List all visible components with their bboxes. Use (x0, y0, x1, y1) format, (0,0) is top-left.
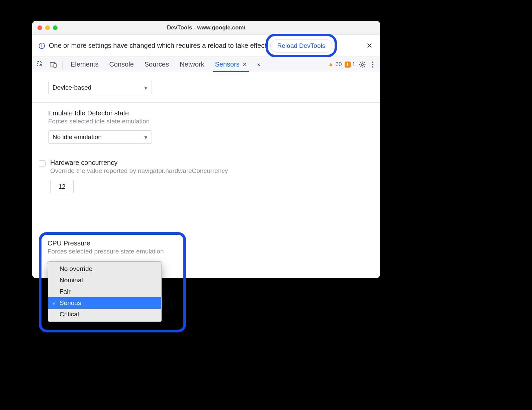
cpu-pressure-select[interactable]: No override Nominal Fair Serious Critica… (48, 261, 161, 265)
warning-icon: ▲ (328, 61, 334, 68)
sensors-panel: Device-based ▾ Emulate Idle Detector sta… (32, 72, 380, 201)
idle-emulation-select[interactable]: No idle emulation ▾ (48, 130, 152, 144)
hw-subtitle: Override the value reported by navigator… (50, 167, 228, 175)
cpu-option-no-override[interactable]: No override (48, 262, 161, 275)
svg-point-6 (361, 64, 363, 66)
hw-title: Hardware concurrency (50, 159, 228, 167)
chevron-down-icon: ▾ (144, 84, 148, 92)
idle-detector-section: Emulate Idle Detector state Forces selec… (32, 103, 380, 152)
cpu-pressure-dropdown: No override Nominal Fair Serious Critica… (48, 262, 162, 322)
tabs-overflow-icon[interactable]: » (254, 60, 264, 70)
infobar-message: One or more settings have changed which … (49, 42, 268, 49)
devtools-window: DevTools - www.google.com/ One or more s… (32, 21, 380, 278)
idle-title: Emulate Idle Detector state (48, 109, 372, 117)
cpu-subtitle: Forces selected pressure state emulation (48, 248, 181, 255)
hardware-concurrency-checkbox[interactable] (39, 160, 46, 167)
settings-gear-icon[interactable] (358, 60, 367, 69)
idle-subtitle: Forces selected idle state emulation (48, 118, 372, 125)
reload-devtools-button[interactable]: Reload DevTools (270, 39, 333, 53)
tabstrip: Elements Console Sources Network Sensors… (32, 57, 380, 72)
info-icon (38, 42, 46, 49)
device-select[interactable]: Device-based ▾ (48, 81, 152, 94)
device-section: Device-based ▾ (32, 72, 380, 103)
infobar: One or more settings have changed which … (32, 35, 380, 57)
tab-close-icon[interactable]: ✕ (242, 61, 247, 68)
cpu-option-critical[interactable]: Critical (48, 309, 161, 321)
tab-sources[interactable]: Sources (139, 57, 174, 72)
warnings-count: 60 (336, 61, 342, 68)
cpu-pressure-section: CPU Pressure Forces selected pressure st… (39, 232, 187, 265)
issues-badge[interactable]: ! 1 (345, 61, 355, 68)
warnings-badge[interactable]: ▲ 60 (328, 61, 342, 68)
issues-count: 1 (352, 61, 355, 68)
infobar-close-button[interactable]: ✕ (365, 41, 374, 50)
svg-rect-5 (54, 64, 56, 67)
device-select-value: Device-based (53, 84, 91, 91)
hardware-concurrency-section: Hardware concurrency Override the value … (32, 152, 380, 201)
tab-sensors-label: Sensors (215, 61, 240, 68)
tab-elements[interactable]: Elements (65, 57, 104, 72)
cpu-option-serious[interactable]: Serious (48, 297, 161, 309)
divider (62, 61, 63, 69)
inspect-element-icon[interactable] (35, 60, 46, 70)
more-menu-icon[interactable] (369, 62, 376, 68)
cpu-option-nominal[interactable]: Nominal (48, 275, 161, 286)
tab-sensors[interactable]: Sensors ✕ (210, 57, 253, 72)
tab-console[interactable]: Console (104, 57, 139, 72)
cpu-title: CPU Pressure (48, 239, 181, 247)
titlebar: DevTools - www.google.com/ (32, 21, 380, 35)
hardware-concurrency-input[interactable]: 12 (50, 180, 74, 193)
device-toolbar-icon[interactable] (48, 60, 58, 70)
issue-icon: ! (345, 62, 351, 68)
cpu-option-fair[interactable]: Fair (48, 286, 161, 297)
chevron-down-icon: ▾ (144, 133, 148, 141)
idle-select-value: No idle emulation (53, 133, 102, 141)
window-title: DevTools - www.google.com/ (32, 24, 380, 31)
svg-point-2 (41, 44, 42, 44)
tab-network[interactable]: Network (174, 57, 209, 72)
